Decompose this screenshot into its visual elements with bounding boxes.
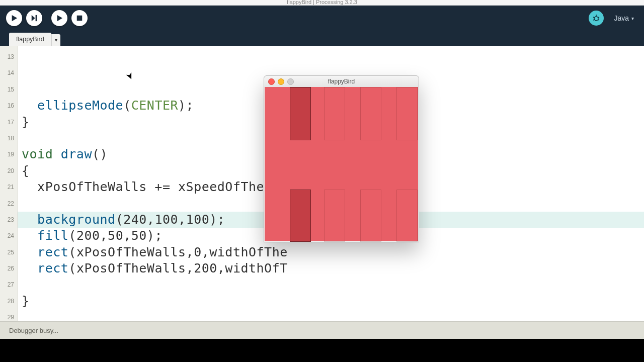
svg-rect-2 [36,15,37,21]
svg-marker-3 [57,15,63,21]
svg-rect-4 [77,16,83,21]
svg-line-8 [598,17,600,18]
step-button[interactable] [26,10,42,26]
svg-point-5 [594,17,598,21]
svg-line-9 [593,20,595,20]
line-number: 27 [0,277,17,293]
wall-ghost-rect [360,87,381,140]
line-gutter: 1314151617181920212223242526272829 [0,46,18,321]
zoom-icon [287,78,294,85]
code-line[interactable] [22,277,644,293]
chevron-down-icon: ▾ [631,16,634,21]
svg-marker-1 [32,15,35,21]
line-number: 19 [0,146,17,162]
wall-ghost-rect [360,190,381,242]
wall-ghost-rect [324,87,345,140]
wall-ghost-rect [324,190,345,242]
line-number: 18 [0,130,17,146]
line-number: 22 [0,196,17,212]
window-titlebar: flappyBird | Processing 3.2.3 [0,0,644,6]
line-number: 15 [0,81,17,98]
close-icon[interactable] [268,78,275,85]
line-number: 21 [0,179,17,195]
present-button[interactable] [51,10,67,26]
sketch-tab[interactable]: flappyBird [9,33,51,46]
code-line[interactable]: rect(xPosOfTheWalls,0,widthOfThe [22,244,644,260]
debug-icon[interactable] [589,11,604,26]
wall-ghost-rect [396,87,418,140]
mode-selector[interactable]: Java ▾ [614,14,634,22]
line-number: 14 [0,65,17,81]
toolbar: Java ▾ [0,6,644,31]
wall-rect [290,87,311,140]
svg-line-10 [598,20,600,20]
line-number: 17 [0,114,17,130]
app-title: flappyBird | Processing 3.2.3 [287,0,357,5]
stop-button[interactable] [71,10,88,26]
line-number: 23 [0,212,17,228]
status-text: Debugger busy... [9,327,58,334]
run-button[interactable] [6,10,22,26]
wall-ghost-rect [396,190,418,242]
line-number: 28 [0,293,17,309]
mode-label: Java [614,14,629,22]
sketch-titlebar[interactable]: flappyBird [264,76,419,87]
line-number: 13 [0,49,17,65]
sketch-canvas [265,87,418,241]
tab-bar: flappyBird ▾ [0,31,644,46]
line-number: 16 [0,98,17,114]
code-line[interactable]: } [22,293,644,309]
svg-marker-0 [12,15,18,21]
svg-line-7 [593,17,595,18]
line-number: 20 [0,163,17,179]
wall-rect [290,190,311,242]
console[interactable] [0,339,644,362]
code-line[interactable]: rect(xPosOfTheWalls,200,widthOfT [22,260,644,277]
line-number: 25 [0,244,17,260]
status-bar: Debugger busy... [0,321,644,339]
minimize-icon[interactable] [278,78,284,85]
sketch-window[interactable]: flappyBird [264,75,419,242]
tab-dropdown[interactable]: ▾ [51,34,60,46]
line-number: 29 [0,309,17,325]
line-number: 24 [0,228,17,244]
line-number: 26 [0,260,17,277]
